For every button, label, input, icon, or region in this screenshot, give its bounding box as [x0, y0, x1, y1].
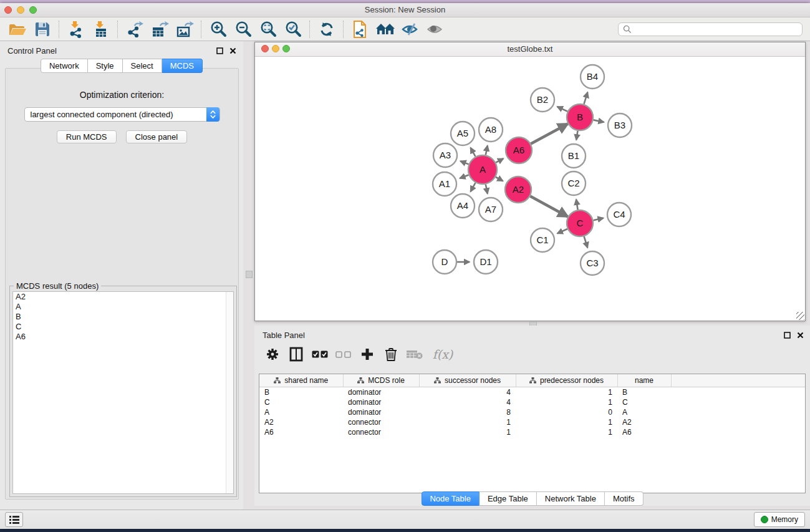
- graph-node-A8[interactable]: A8: [479, 118, 503, 142]
- tab-node-table[interactable]: Node Table: [421, 491, 480, 506]
- mcds-result-list[interactable]: A2ABCA6: [12, 291, 234, 494]
- run-mcds-button[interactable]: Run MCDS: [57, 130, 117, 143]
- graph-node-B4[interactable]: B4: [581, 65, 604, 89]
- column-header-shared-name[interactable]: shared name: [259, 374, 343, 387]
- graph-edge-A6-B[interactable]: [531, 123, 567, 143]
- graph-edge-C-C4[interactable]: [593, 218, 603, 221]
- apply-layout-button[interactable]: [314, 20, 339, 39]
- table-row[interactable]: A6connector11A6: [259, 427, 805, 437]
- graph-edge-C-C3[interactable]: [584, 236, 588, 248]
- export-table-button[interactable]: [147, 20, 172, 39]
- open-session-button[interactable]: [5, 20, 30, 39]
- graph-node-A4[interactable]: A4: [451, 194, 475, 218]
- table-row[interactable]: A2connector11A2: [259, 417, 805, 427]
- graph-edge-A-A5[interactable]: [471, 148, 476, 157]
- graph-edge-A2-C[interactable]: [530, 196, 567, 217]
- show-task-history-button[interactable]: [5, 512, 23, 527]
- zoom-in-button[interactable]: [206, 20, 231, 39]
- splitter-grip[interactable]: [246, 271, 253, 278]
- tab-network[interactable]: Network: [41, 59, 88, 73]
- import-network-button[interactable]: [64, 20, 89, 39]
- function-builder-button[interactable]: f(x): [429, 345, 456, 364]
- close-panel-icon[interactable]: [229, 47, 237, 55]
- column-header-name[interactable]: name: [617, 374, 671, 387]
- column-header-mcds-role[interactable]: MCDS role: [343, 374, 419, 387]
- graph-node-A6[interactable]: A6: [506, 137, 532, 163]
- delete-column-button[interactable]: [382, 345, 400, 364]
- graph-edge-A-A7[interactable]: [486, 185, 488, 194]
- column-header-predecessor-nodes[interactable]: predecessor nodes: [516, 374, 617, 387]
- graph-edge-B-B1[interactable]: [576, 131, 577, 140]
- result-scrollbar[interactable]: [226, 292, 233, 493]
- create-column-button[interactable]: [358, 345, 376, 364]
- close-panel-button[interactable]: Close panel: [126, 130, 188, 143]
- zoom-out-button[interactable]: [231, 20, 256, 39]
- graph-node-C3[interactable]: C3: [581, 251, 604, 275]
- graph-node-A[interactable]: A: [468, 155, 497, 184]
- tab-mcds[interactable]: MCDS: [162, 59, 203, 73]
- graph-node-A5[interactable]: A5: [451, 122, 475, 145]
- table-row[interactable]: Adominator80A: [259, 407, 805, 417]
- column-header-successor-nodes[interactable]: successor nodes: [419, 374, 516, 387]
- show-column-button[interactable]: [287, 345, 305, 364]
- graph-edge-A-A6[interactable]: [496, 158, 503, 162]
- graph-edge-A-A3[interactable]: [460, 161, 468, 164]
- graph-node-C1[interactable]: C1: [531, 228, 554, 252]
- graph-node-C4[interactable]: C4: [607, 203, 631, 226]
- graph-edge-B-B2[interactable]: [557, 107, 568, 112]
- graph-node-A2[interactable]: A2: [505, 177, 531, 203]
- deselect-all-button[interactable]: [334, 345, 352, 364]
- graph-node-D1[interactable]: D1: [474, 250, 498, 274]
- zoom-selected-button[interactable]: [281, 20, 306, 39]
- mcds-result-item[interactable]: B: [13, 312, 233, 322]
- graph-node-B3[interactable]: B3: [608, 114, 632, 137]
- vertical-splitter[interactable]: [243, 41, 254, 510]
- graph-node-A3[interactable]: A3: [433, 143, 457, 167]
- graph-edge-A-A2[interactable]: [496, 177, 503, 181]
- delete-table-button[interactable]: [405, 345, 423, 364]
- optimization-criterion-select[interactable]: largest connected component (directed): [24, 107, 220, 122]
- mcds-result-item[interactable]: C: [13, 322, 233, 332]
- graph-node-B1[interactable]: B1: [562, 144, 586, 168]
- network-canvas[interactable]: AA1A2A3A4A5A6A7A8BB1B2B3B4CC1C2C3C4DD1: [256, 57, 804, 319]
- mcds-result-item[interactable]: A: [13, 302, 233, 312]
- graph-node-B[interactable]: B: [567, 104, 593, 130]
- mcds-result-item[interactable]: A6: [13, 332, 233, 342]
- tab-motifs[interactable]: Motifs: [605, 491, 644, 506]
- tab-network-table[interactable]: Network Table: [537, 491, 605, 506]
- table-options-button[interactable]: [263, 345, 281, 364]
- graph-edge-B-B4[interactable]: [584, 92, 587, 104]
- network-window-titlebar[interactable]: testGlobe.txt: [255, 42, 805, 57]
- graph-node-B2[interactable]: B2: [531, 88, 554, 112]
- hide-panel-button[interactable]: [398, 20, 423, 39]
- graph-edge-C-C1[interactable]: [557, 229, 567, 233]
- horizontal-splitter[interactable]: [254, 321, 810, 326]
- graph-edge-C-C2[interactable]: [576, 200, 578, 210]
- tab-style[interactable]: Style: [88, 59, 123, 73]
- select-all-button[interactable]: [311, 345, 329, 364]
- import-table-button[interactable]: [89, 20, 113, 39]
- graph-node-A7[interactable]: A7: [479, 198, 503, 221]
- close-panel-icon[interactable]: [796, 331, 804, 339]
- graph-edge-A-A1[interactable]: [460, 175, 468, 178]
- graph-node-C2[interactable]: C2: [562, 172, 586, 195]
- zoom-fit-button[interactable]: [256, 20, 281, 39]
- save-session-button[interactable]: [30, 20, 55, 39]
- graph-node-D[interactable]: D: [433, 250, 456, 274]
- float-panel-icon[interactable]: [216, 47, 224, 55]
- tab-edge-table[interactable]: Edge Table: [480, 491, 537, 506]
- export-image-button[interactable]: [172, 20, 197, 39]
- mcds-result-item[interactable]: A2: [13, 292, 233, 302]
- clone-network-view-button[interactable]: [348, 20, 373, 39]
- search-input[interactable]: [618, 22, 803, 36]
- graph-node-C[interactable]: C: [567, 210, 593, 236]
- show-panel-button[interactable]: [423, 20, 448, 39]
- memory-button[interactable]: Memory: [754, 512, 805, 527]
- graph-edge-B-B3[interactable]: [594, 120, 604, 122]
- graph-node-A1[interactable]: A1: [433, 172, 456, 196]
- table-row[interactable]: Bdominator41B: [259, 387, 805, 398]
- tab-select[interactable]: Select: [123, 59, 162, 73]
- home-button[interactable]: [373, 20, 398, 39]
- graph-edge-A-A4[interactable]: [471, 183, 476, 191]
- graph-edge-A-A8[interactable]: [486, 145, 488, 155]
